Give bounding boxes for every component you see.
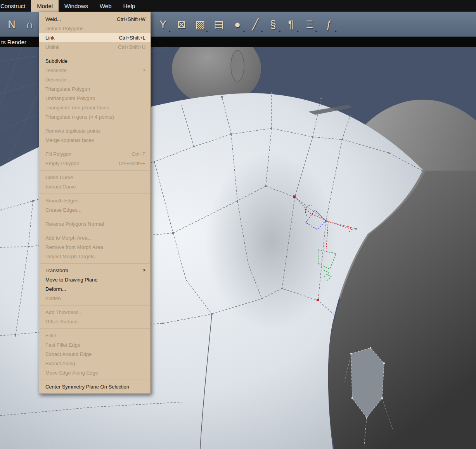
sphere-tool-icon[interactable]: ●▸	[229, 15, 246, 34]
menu-item-subdivide[interactable]: Subdivide	[39, 56, 151, 66]
submenu-arrow-icon: >	[143, 67, 145, 73]
menu-item-add-to-morph-area[interactable]: Add to Morph Area...	[39, 233, 151, 242]
menu-item-crease-edges[interactable]: Crease Edges...	[39, 205, 151, 214]
menu-separator	[40, 231, 150, 231]
menu-item-fill-polygon[interactable]: Fill PolygonCtrl+F	[39, 149, 151, 159]
menu-separator	[40, 193, 150, 194]
menu-item-add-thickness[interactable]: Add Thickness...	[39, 307, 151, 317]
dropdown-arrow-icon: ▸	[169, 29, 171, 33]
cube-tool-icon[interactable]: ▧▸	[192, 15, 209, 34]
submenu-arrow-icon: >	[143, 268, 145, 273]
menu-separator	[40, 328, 150, 329]
scroll-tool-icon-2[interactable]: ¶▸	[282, 15, 299, 34]
menu-separator	[40, 147, 150, 147]
surface-shading	[206, 152, 338, 330]
dropdown-arrow-icon: ▸	[243, 29, 245, 33]
menu-item-reverse-polygons-normal[interactable]: Reverse Polygons Normal	[39, 219, 151, 228]
menu-item-extract-curve[interactable]: Extract Curve	[39, 182, 151, 191]
dropdown-arrow-icon: ▸	[206, 29, 208, 33]
menu-item-smooth-edges[interactable]: Smooth Edges...	[39, 196, 151, 205]
menu-item-close-curve[interactable]: Close Curve	[39, 173, 151, 182]
n-point-tool-icon[interactable]: N	[3, 15, 20, 34]
menu-item-extract-around-edge[interactable]: Extract Around Edge	[39, 349, 151, 359]
menu-item-center-symmetry-plane-on-selection[interactable]: Center Symmetry Plane On Selection	[39, 382, 151, 391]
menu-item-project-morph-targets[interactable]: Project Morph Targets...	[39, 252, 151, 261]
menu-item-fillet[interactable]: Fillet	[39, 331, 151, 340]
scroll-tool-icon-1[interactable]: §▸	[265, 15, 282, 34]
pen-tool-icon[interactable]: ╱▸	[247, 15, 264, 34]
dropdown-arrow-icon: ▸	[315, 29, 317, 33]
menu-item-fast-fillet-edge[interactable]: Fast Fillet Edge	[39, 340, 151, 349]
menu-item-link[interactable]: LinkCtrl+Shift+L	[39, 33, 151, 42]
menu-item-decimate[interactable]: Decimate...	[39, 75, 151, 84]
menu-item-move-to-drawing-plane[interactable]: Move to Drawing Plane	[39, 275, 151, 284]
dropdown-arrow-icon: ▸	[279, 29, 281, 33]
menubar: Construct Model Windows Web Help	[0, 0, 476, 12]
menu-item-untriangulate-polygon[interactable]: Untriangulate Polygon	[39, 93, 151, 103]
satchel-tool-icon[interactable]: ▤	[210, 15, 227, 34]
menu-item-triangulate-ngons[interactable]: Triangulate n-gons (> 4 points)	[39, 112, 151, 121]
menu-item-remove-duplicate-points[interactable]: Remove duplicate points	[39, 126, 151, 135]
menu-item-detach-polygons[interactable]: Detach Polygons	[39, 24, 151, 33]
menu-item-extract-along[interactable]: Extract Along	[39, 359, 151, 368]
menu-item-deform[interactable]: Deform...	[39, 284, 151, 294]
menu-item-triangulate-polygon[interactable]: Triangulate Polygon	[39, 84, 151, 93]
modeler-app: Construct Model Windows Web Help N ∩ Y▸ …	[0, 0, 476, 449]
menu-item-weld[interactable]: Weld...Ctrl+Shift+W	[39, 14, 151, 24]
selected-vertex[interactable]	[317, 299, 319, 301]
crossed-box-tool-icon[interactable]: ⊠	[173, 15, 190, 34]
menu-item-merge-coplanar-faces[interactable]: Merge coplanar faces	[39, 135, 151, 145]
menu-item-empty-polygon[interactable]: Empty PolygonCtrl+Shift+F	[39, 159, 151, 168]
magnet-tool-icon[interactable]: ∩	[21, 15, 38, 34]
menu-item-tesselate[interactable]: Tesselate>	[39, 66, 151, 75]
symmetry-tool-icon[interactable]: Ξ▸	[301, 15, 318, 34]
menu-item-remove-from-morph-area[interactable]: Remove from Morph Area	[39, 242, 151, 252]
menubar-item-web[interactable]: Web	[94, 0, 118, 12]
menu-item-offset-surface[interactable]: Offset Surface...	[39, 317, 151, 326]
menu-item-unlink[interactable]: UnlinkCtrl+Shift+U	[39, 42, 151, 52]
menubar-item-construct[interactable]: Construct	[0, 0, 31, 12]
menubar-item-windows[interactable]: Windows	[59, 0, 94, 12]
menubar-item-help[interactable]: Help	[118, 0, 141, 12]
menu-separator	[40, 170, 150, 171]
menu-separator	[40, 305, 150, 306]
menu-item-transform[interactable]: Transform>	[39, 266, 151, 275]
ear-shape	[231, 50, 244, 81]
selected-vertex[interactable]	[293, 195, 296, 198]
model-menu: Weld...Ctrl+Shift+W Detach Polygons Link…	[39, 12, 151, 394]
goblet-tool-icon[interactable]: Y▸	[154, 15, 171, 34]
dropdown-arrow-icon: ▸	[335, 29, 337, 33]
menu-item-flatten[interactable]: Flatten	[39, 294, 151, 303]
menubar-item-model[interactable]: Model	[31, 0, 59, 12]
menu-separator	[40, 380, 150, 380]
scroll-tool-icon-3[interactable]: ƒ▸	[320, 15, 338, 34]
menu-separator	[40, 124, 150, 124]
dropdown-arrow-icon: ▸	[297, 29, 299, 33]
menu-separator	[40, 217, 150, 217]
viewport-tab-label[interactable]: ts Render	[1, 39, 26, 45]
dropdown-arrow-icon: ▸	[261, 29, 263, 33]
menu-separator	[40, 54, 150, 54]
menu-separator	[40, 263, 150, 264]
menu-item-move-edge-along-edge[interactable]: Move Edge Along Edge	[39, 368, 151, 377]
menu-item-triangulate-non-planar-faces[interactable]: Triangulate non planar faces	[39, 103, 151, 112]
